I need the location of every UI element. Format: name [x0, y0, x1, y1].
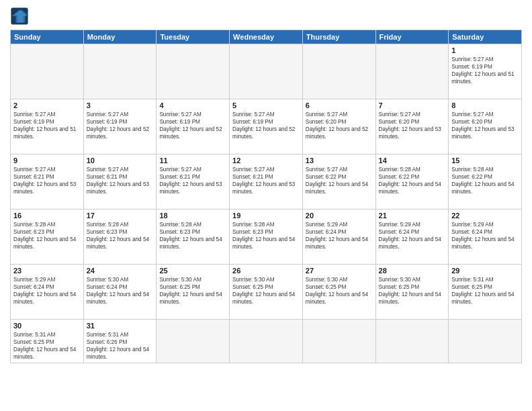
- column-header-friday: Friday: [375, 30, 449, 44]
- day-number: 28: [379, 267, 446, 275]
- day-number: 6: [306, 101, 373, 109]
- calendar-cell: [83, 44, 157, 99]
- day-number: 4: [159, 101, 226, 109]
- calendar-cell: 10Sunrise: 5:27 AMSunset: 6:21 PMDayligh…: [83, 154, 157, 210]
- cell-info: Sunrise: 5:27 AMSunset: 6:19 PMDaylight:…: [13, 111, 81, 140]
- calendar-cell: [11, 44, 84, 99]
- day-number: 17: [87, 212, 154, 220]
- day-number: 30: [13, 322, 81, 330]
- calendar-week-1: 1Sunrise: 5:27 AMSunset: 6:19 PMDaylight…: [11, 44, 522, 99]
- calendar-cell: [157, 44, 230, 99]
- calendar-week-3: 9Sunrise: 5:27 AMSunset: 6:21 PMDaylight…: [11, 154, 522, 210]
- calendar-cell: 9Sunrise: 5:27 AMSunset: 6:21 PMDaylight…: [11, 154, 84, 210]
- cell-info: Sunrise: 5:27 AMSunset: 6:21 PMDaylight:…: [13, 166, 81, 195]
- calendar-cell: 15Sunrise: 5:28 AMSunset: 6:22 PMDayligh…: [449, 154, 522, 210]
- column-header-wednesday: Wednesday: [230, 30, 303, 44]
- cell-info: Sunrise: 5:28 AMSunset: 6:23 PMDaylight:…: [13, 221, 81, 250]
- day-number: 16: [13, 212, 81, 220]
- calendar-cell: 21Sunrise: 5:29 AMSunset: 6:24 PMDayligh…: [375, 210, 449, 265]
- calendar-cell: 27Sunrise: 5:30 AMSunset: 6:25 PMDayligh…: [302, 265, 375, 320]
- cell-info: Sunrise: 5:29 AMSunset: 6:24 PMDaylight:…: [13, 276, 81, 306]
- calendar-week-2: 2Sunrise: 5:27 AMSunset: 6:19 PMDaylight…: [11, 99, 522, 154]
- calendar-cell: 14Sunrise: 5:28 AMSunset: 6:22 PMDayligh…: [375, 154, 449, 210]
- calendar-cell: 24Sunrise: 5:30 AMSunset: 6:24 PMDayligh…: [83, 265, 157, 320]
- cell-info: Sunrise: 5:27 AMSunset: 6:19 PMDaylight:…: [232, 111, 300, 140]
- day-number: 22: [451, 212, 519, 220]
- calendar-cell: 20Sunrise: 5:29 AMSunset: 6:24 PMDayligh…: [302, 210, 375, 265]
- calendar-cell: 23Sunrise: 5:29 AMSunset: 6:24 PMDayligh…: [11, 265, 84, 320]
- calendar-cell: [230, 44, 303, 99]
- calendar-cell: 6Sunrise: 5:27 AMSunset: 6:20 PMDaylight…: [302, 99, 375, 154]
- cell-info: Sunrise: 5:27 AMSunset: 6:21 PMDaylight:…: [159, 166, 226, 195]
- cell-info: Sunrise: 5:31 AMSunset: 6:25 PMDaylight:…: [13, 331, 81, 361]
- cell-info: Sunrise: 5:28 AMSunset: 6:23 PMDaylight:…: [87, 221, 154, 250]
- calendar-cell: 11Sunrise: 5:27 AMSunset: 6:21 PMDayligh…: [157, 154, 230, 210]
- cell-info: Sunrise: 5:29 AMSunset: 6:24 PMDaylight:…: [379, 221, 446, 250]
- calendar-table: SundayMondayTuesdayWednesdayThursdayFrid…: [10, 30, 522, 363]
- calendar-cell: 2Sunrise: 5:27 AMSunset: 6:19 PMDaylight…: [11, 99, 84, 154]
- column-header-sunday: Sunday: [11, 30, 84, 44]
- calendar-cell: 30Sunrise: 5:31 AMSunset: 6:25 PMDayligh…: [11, 320, 84, 363]
- calendar-cell: [302, 320, 375, 363]
- column-header-saturday: Saturday: [449, 30, 522, 44]
- day-number: 21: [379, 212, 446, 220]
- day-number: 18: [159, 212, 226, 220]
- calendar-cell: [375, 320, 449, 363]
- day-number: 25: [159, 267, 226, 275]
- cell-info: Sunrise: 5:30 AMSunset: 6:25 PMDaylight:…: [306, 276, 373, 306]
- calendar-cell: [157, 320, 230, 363]
- cell-info: Sunrise: 5:30 AMSunset: 6:25 PMDaylight:…: [379, 276, 446, 306]
- day-number: 26: [232, 267, 300, 275]
- calendar-week-6: 30Sunrise: 5:31 AMSunset: 6:25 PMDayligh…: [11, 320, 522, 363]
- day-number: 31: [87, 322, 154, 330]
- cell-info: Sunrise: 5:27 AMSunset: 6:19 PMDaylight:…: [159, 111, 226, 140]
- calendar-cell: 12Sunrise: 5:27 AMSunset: 6:21 PMDayligh…: [230, 154, 303, 210]
- cell-info: Sunrise: 5:27 AMSunset: 6:19 PMDaylight:…: [451, 56, 519, 85]
- column-header-monday: Monday: [83, 30, 157, 44]
- calendar-week-4: 16Sunrise: 5:28 AMSunset: 6:23 PMDayligh…: [11, 210, 522, 265]
- cell-info: Sunrise: 5:30 AMSunset: 6:25 PMDaylight:…: [159, 276, 226, 306]
- calendar-cell: 13Sunrise: 5:27 AMSunset: 6:22 PMDayligh…: [302, 154, 375, 210]
- cell-info: Sunrise: 5:28 AMSunset: 6:23 PMDaylight:…: [159, 221, 226, 250]
- calendar-cell: 19Sunrise: 5:28 AMSunset: 6:23 PMDayligh…: [230, 210, 303, 265]
- calendar-cell: 28Sunrise: 5:30 AMSunset: 6:25 PMDayligh…: [375, 265, 449, 320]
- cell-info: Sunrise: 5:30 AMSunset: 6:25 PMDaylight:…: [232, 276, 300, 306]
- cell-info: Sunrise: 5:29 AMSunset: 6:24 PMDaylight:…: [306, 221, 373, 250]
- calendar-week-5: 23Sunrise: 5:29 AMSunset: 6:24 PMDayligh…: [11, 265, 522, 320]
- calendar-cell: 25Sunrise: 5:30 AMSunset: 6:25 PMDayligh…: [157, 265, 230, 320]
- day-number: 14: [379, 156, 446, 165]
- calendar-cell: 4Sunrise: 5:27 AMSunset: 6:19 PMDaylight…: [157, 99, 230, 154]
- cell-info: Sunrise: 5:29 AMSunset: 6:24 PMDaylight:…: [451, 221, 519, 250]
- calendar-cell: [449, 320, 522, 363]
- cell-info: Sunrise: 5:28 AMSunset: 6:23 PMDaylight:…: [232, 221, 300, 250]
- day-number: 12: [232, 156, 300, 165]
- cell-info: Sunrise: 5:27 AMSunset: 6:21 PMDaylight:…: [87, 166, 154, 195]
- cell-info: Sunrise: 5:31 AMSunset: 6:26 PMDaylight:…: [87, 331, 154, 361]
- cell-info: Sunrise: 5:28 AMSunset: 6:22 PMDaylight:…: [379, 166, 446, 195]
- header: [10, 7, 522, 26]
- logo: [10, 7, 32, 26]
- day-number: 7: [379, 101, 446, 109]
- cell-info: Sunrise: 5:27 AMSunset: 6:19 PMDaylight:…: [87, 111, 154, 140]
- calendar-cell: 22Sunrise: 5:29 AMSunset: 6:24 PMDayligh…: [449, 210, 522, 265]
- calendar-cell: [375, 44, 449, 99]
- day-number: 15: [451, 156, 519, 165]
- calendar-cell: 29Sunrise: 5:31 AMSunset: 6:25 PMDayligh…: [449, 265, 522, 320]
- day-number: 5: [232, 101, 300, 109]
- calendar-cell: 16Sunrise: 5:28 AMSunset: 6:23 PMDayligh…: [11, 210, 84, 265]
- day-number: 27: [306, 267, 373, 275]
- calendar-cell: 5Sunrise: 5:27 AMSunset: 6:19 PMDaylight…: [230, 99, 303, 154]
- logo-icon: [10, 7, 29, 26]
- day-number: 24: [87, 267, 154, 275]
- column-header-tuesday: Tuesday: [157, 30, 230, 44]
- day-number: 3: [87, 101, 154, 109]
- calendar-cell: [302, 44, 375, 99]
- calendar-header-row: SundayMondayTuesdayWednesdayThursdayFrid…: [11, 30, 522, 44]
- calendar-cell: 7Sunrise: 5:27 AMSunset: 6:20 PMDaylight…: [375, 99, 449, 154]
- calendar-cell: 18Sunrise: 5:28 AMSunset: 6:23 PMDayligh…: [157, 210, 230, 265]
- calendar-cell: 31Sunrise: 5:31 AMSunset: 6:26 PMDayligh…: [83, 320, 157, 363]
- cell-info: Sunrise: 5:27 AMSunset: 6:20 PMDaylight:…: [451, 111, 519, 140]
- calendar-page: SundayMondayTuesdayWednesdayThursdayFrid…: [0, 0, 532, 411]
- cell-info: Sunrise: 5:27 AMSunset: 6:22 PMDaylight:…: [306, 166, 373, 195]
- day-number: 10: [87, 156, 154, 165]
